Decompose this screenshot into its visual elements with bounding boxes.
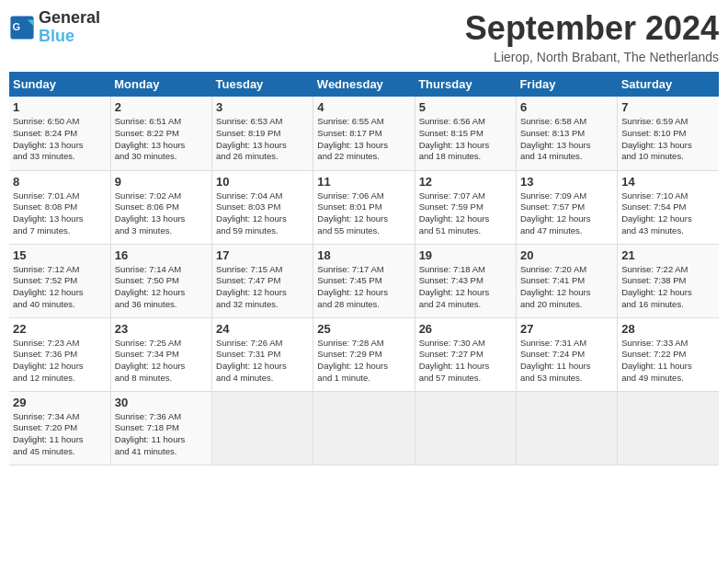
calendar-cell: 25Sunrise: 7:28 AM Sunset: 7:29 PM Dayli… — [313, 317, 415, 391]
calendar-cell — [313, 391, 415, 465]
day-info: Sunrise: 6:58 AM Sunset: 8:13 PM Dayligh… — [520, 116, 613, 163]
day-number: 17 — [216, 248, 309, 262]
day-info: Sunrise: 6:55 AM Sunset: 8:17 PM Dayligh… — [317, 116, 410, 163]
logo-text: General Blue — [39, 9, 100, 46]
day-number: 9 — [115, 175, 208, 189]
calendar-cell: 21Sunrise: 7:22 AM Sunset: 7:38 PM Dayli… — [618, 244, 719, 317]
calendar-cell: 22Sunrise: 7:23 AM Sunset: 7:36 PM Dayli… — [9, 317, 110, 391]
week-row-1: 1Sunrise: 6:50 AM Sunset: 8:24 PM Daylig… — [9, 97, 719, 170]
calendar-cell: 13Sunrise: 7:09 AM Sunset: 7:57 PM Dayli… — [516, 170, 617, 244]
day-info: Sunrise: 6:53 AM Sunset: 8:19 PM Dayligh… — [216, 116, 309, 163]
day-number: 18 — [317, 248, 410, 262]
calendar-cell: 7Sunrise: 6:59 AM Sunset: 8:10 PM Daylig… — [618, 97, 719, 170]
day-number: 15 — [13, 248, 107, 262]
title-area: September 2024 Lierop, North Brabant, Th… — [465, 9, 719, 64]
day-info: Sunrise: 7:36 AM Sunset: 7:18 PM Dayligh… — [115, 411, 208, 458]
week-row-2: 8Sunrise: 7:01 AM Sunset: 8:08 PM Daylig… — [9, 170, 719, 244]
calendar-cell: 17Sunrise: 7:15 AM Sunset: 7:47 PM Dayli… — [212, 244, 313, 317]
week-row-3: 15Sunrise: 7:12 AM Sunset: 7:52 PM Dayli… — [9, 244, 719, 317]
day-number: 26 — [419, 322, 512, 336]
day-number: 14 — [621, 175, 715, 189]
week-row-5: 29Sunrise: 7:34 AM Sunset: 7:20 PM Dayli… — [9, 391, 719, 465]
day-number: 13 — [520, 175, 613, 189]
calendar-cell: 29Sunrise: 7:34 AM Sunset: 7:20 PM Dayli… — [9, 391, 110, 465]
page-header: G General Blue September 2024 Lierop, No… — [9, 9, 719, 64]
day-number: 10 — [216, 175, 309, 189]
day-number: 24 — [216, 322, 309, 336]
calendar-cell: 12Sunrise: 7:07 AM Sunset: 7:59 PM Dayli… — [415, 170, 516, 244]
day-info: Sunrise: 6:51 AM Sunset: 8:22 PM Dayligh… — [115, 116, 208, 163]
days-header-row: SundayMondayTuesdayWednesdayThursdayFrid… — [9, 72, 719, 97]
day-number: 28 — [621, 322, 715, 336]
calendar-cell: 9Sunrise: 7:02 AM Sunset: 8:06 PM Daylig… — [110, 170, 211, 244]
calendar-cell: 18Sunrise: 7:17 AM Sunset: 7:45 PM Dayli… — [313, 244, 415, 317]
day-info: Sunrise: 7:09 AM Sunset: 7:57 PM Dayligh… — [520, 190, 613, 237]
day-info: Sunrise: 7:07 AM Sunset: 7:59 PM Dayligh… — [419, 190, 512, 237]
week-row-4: 22Sunrise: 7:23 AM Sunset: 7:36 PM Dayli… — [9, 317, 719, 391]
calendar-cell: 15Sunrise: 7:12 AM Sunset: 7:52 PM Dayli… — [9, 244, 110, 317]
day-info: Sunrise: 7:14 AM Sunset: 7:50 PM Dayligh… — [115, 264, 208, 311]
day-info: Sunrise: 7:23 AM Sunset: 7:36 PM Dayligh… — [13, 338, 107, 385]
calendar-title: September 2024 — [465, 9, 719, 48]
day-info: Sunrise: 7:04 AM Sunset: 8:03 PM Dayligh… — [216, 190, 309, 237]
calendar-cell: 11Sunrise: 7:06 AM Sunset: 8:01 PM Dayli… — [313, 170, 415, 244]
day-info: Sunrise: 7:12 AM Sunset: 7:52 PM Dayligh… — [13, 264, 107, 311]
calendar-cell: 4Sunrise: 6:55 AM Sunset: 8:17 PM Daylig… — [313, 97, 415, 170]
calendar-cell: 10Sunrise: 7:04 AM Sunset: 8:03 PM Dayli… — [212, 170, 313, 244]
day-number: 6 — [520, 100, 613, 114]
calendar-cell: 1Sunrise: 6:50 AM Sunset: 8:24 PM Daylig… — [9, 97, 110, 170]
day-info: Sunrise: 6:56 AM Sunset: 8:15 PM Dayligh… — [419, 116, 512, 163]
day-info: Sunrise: 7:22 AM Sunset: 7:38 PM Dayligh… — [621, 264, 715, 311]
calendar-cell — [415, 391, 516, 465]
calendar-cell: 23Sunrise: 7:25 AM Sunset: 7:34 PM Dayli… — [110, 317, 211, 391]
day-info: Sunrise: 6:50 AM Sunset: 8:24 PM Dayligh… — [13, 116, 107, 163]
calendar-cell: 6Sunrise: 6:58 AM Sunset: 8:13 PM Daylig… — [516, 97, 617, 170]
calendar-cell: 19Sunrise: 7:18 AM Sunset: 7:43 PM Dayli… — [415, 244, 516, 317]
day-header-friday: Friday — [516, 72, 617, 97]
day-info: Sunrise: 7:18 AM Sunset: 7:43 PM Dayligh… — [419, 264, 512, 311]
day-number: 4 — [317, 100, 410, 114]
logo-icon: G — [9, 15, 35, 40]
day-number: 8 — [13, 175, 107, 189]
day-number: 7 — [621, 100, 715, 114]
day-header-tuesday: Tuesday — [212, 72, 313, 97]
calendar-cell: 26Sunrise: 7:30 AM Sunset: 7:27 PM Dayli… — [415, 317, 516, 391]
day-info: Sunrise: 7:25 AM Sunset: 7:34 PM Dayligh… — [115, 338, 208, 385]
calendar-cell: 5Sunrise: 6:56 AM Sunset: 8:15 PM Daylig… — [415, 97, 516, 170]
day-info: Sunrise: 7:02 AM Sunset: 8:06 PM Dayligh… — [115, 190, 208, 237]
calendar-cell: 2Sunrise: 6:51 AM Sunset: 8:22 PM Daylig… — [110, 97, 211, 170]
day-info: Sunrise: 7:30 AM Sunset: 7:27 PM Dayligh… — [419, 338, 512, 385]
day-number: 27 — [520, 322, 613, 336]
day-info: Sunrise: 7:01 AM Sunset: 8:08 PM Dayligh… — [13, 190, 107, 237]
day-info: Sunrise: 7:20 AM Sunset: 7:41 PM Dayligh… — [520, 264, 613, 311]
calendar-cell — [516, 391, 617, 465]
day-header-saturday: Saturday — [618, 72, 719, 97]
day-info: Sunrise: 6:59 AM Sunset: 8:10 PM Dayligh… — [621, 116, 715, 163]
day-number: 11 — [317, 175, 410, 189]
day-info: Sunrise: 7:33 AM Sunset: 7:22 PM Dayligh… — [621, 338, 715, 385]
day-number: 19 — [419, 248, 512, 262]
day-info: Sunrise: 7:31 AM Sunset: 7:24 PM Dayligh… — [520, 338, 613, 385]
calendar-cell: 24Sunrise: 7:26 AM Sunset: 7:31 PM Dayli… — [212, 317, 313, 391]
day-number: 22 — [13, 322, 107, 336]
day-number: 3 — [216, 100, 309, 114]
calendar-table: SundayMondayTuesdayWednesdayThursdayFrid… — [9, 72, 719, 465]
calendar-cell — [212, 391, 313, 465]
logo: G General Blue — [9, 9, 100, 46]
day-info: Sunrise: 7:34 AM Sunset: 7:20 PM Dayligh… — [13, 411, 107, 458]
day-header-thursday: Thursday — [415, 72, 516, 97]
day-number: 30 — [115, 396, 208, 409]
day-number: 25 — [317, 322, 410, 336]
calendar-subtitle: Lierop, North Brabant, The Netherlands — [465, 50, 719, 64]
day-number: 12 — [419, 175, 512, 189]
day-number: 16 — [115, 248, 208, 262]
day-number: 23 — [115, 322, 208, 336]
calendar-cell: 3Sunrise: 6:53 AM Sunset: 8:19 PM Daylig… — [212, 97, 313, 170]
day-info: Sunrise: 7:28 AM Sunset: 7:29 PM Dayligh… — [317, 338, 410, 385]
calendar-cell: 14Sunrise: 7:10 AM Sunset: 7:54 PM Dayli… — [618, 170, 719, 244]
day-number: 21 — [621, 248, 715, 262]
svg-text:G: G — [13, 21, 21, 32]
calendar-cell: 27Sunrise: 7:31 AM Sunset: 7:24 PM Dayli… — [516, 317, 617, 391]
calendar-cell: 16Sunrise: 7:14 AM Sunset: 7:50 PM Dayli… — [110, 244, 211, 317]
day-header-monday: Monday — [110, 72, 211, 97]
